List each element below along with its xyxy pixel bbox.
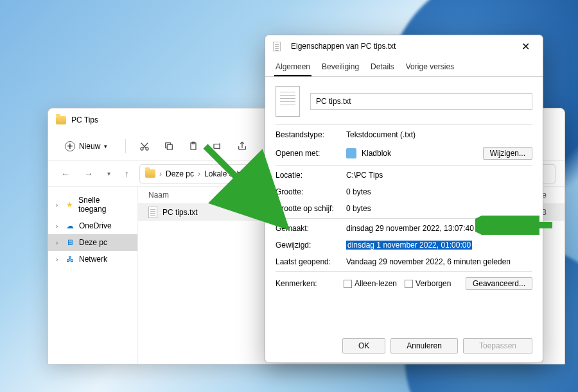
ok-button[interactable]: OK bbox=[342, 338, 385, 354]
value-modified: dinsdag 1 november 2022, 01:00:00 bbox=[346, 241, 472, 250]
divider bbox=[276, 165, 532, 166]
apply-button[interactable]: Toepassen bbox=[463, 338, 532, 354]
sidebar-item-thispc[interactable]: ›🖥Deze pc bbox=[48, 234, 137, 251]
value-location: C:\PC Tips bbox=[346, 171, 532, 180]
document-icon bbox=[148, 207, 157, 218]
label-size: Grootte: bbox=[276, 187, 341, 196]
explorer-sidebar: ›★Snelle toegang ›☁OneDrive ›🖥Deze pc ›🖧… bbox=[48, 187, 138, 364]
filename-input[interactable] bbox=[310, 93, 532, 110]
label-modified: Gewijzigd: bbox=[276, 241, 341, 250]
label-attributes: Kenmerken: bbox=[276, 279, 336, 288]
divider bbox=[276, 271, 532, 272]
forward-arrow-icon[interactable]: → bbox=[80, 166, 97, 182]
checkbox-icon bbox=[405, 280, 413, 288]
sidebar-item-network[interactable]: ›🖧Netwerk bbox=[48, 251, 137, 268]
readonly-label: Alleen-lezen bbox=[355, 279, 397, 288]
readonly-checkbox[interactable]: Alleen-lezen bbox=[344, 279, 397, 288]
svg-rect-2 bbox=[168, 144, 173, 149]
cloud-icon: ☁ bbox=[66, 221, 74, 230]
pc-icon: 🖥 bbox=[66, 238, 74, 247]
value-filetype: Tekstdocument (.txt) bbox=[346, 130, 532, 139]
value-created: dinsdag 29 november 2022, 13:07:40 bbox=[346, 224, 532, 233]
plus-icon: + bbox=[65, 141, 75, 151]
tab-prev[interactable]: Vorige versies bbox=[405, 58, 455, 76]
tab-security[interactable]: Beveiliging bbox=[320, 58, 360, 76]
bc-seg-1[interactable]: Lokale schijf (C:) bbox=[204, 169, 261, 178]
hidden-checkbox[interactable]: Verborgen bbox=[405, 279, 451, 288]
sidebar-item-quick[interactable]: ›★Snelle toegang bbox=[48, 192, 137, 217]
chevron-right-icon: › bbox=[56, 223, 61, 230]
label-accessed: Laatst geopend: bbox=[276, 257, 341, 266]
bc-seg-0[interactable]: Deze pc bbox=[166, 169, 194, 178]
dialog-tabs: Algemeen Beveiliging Details Vorige vers… bbox=[265, 57, 543, 77]
dialog-titlebar[interactable]: Eigenschappen van PC tips.txt ✕ bbox=[265, 35, 543, 57]
sidebar-thispc-label: Deze pc bbox=[79, 238, 107, 247]
folder-icon bbox=[145, 169, 155, 178]
value-openwith: Kladblok bbox=[362, 149, 391, 158]
new-button[interactable]: + Nieuw ▾ bbox=[60, 139, 112, 154]
cancel-button[interactable]: Annuleren bbox=[390, 338, 458, 354]
sidebar-network-label: Netwerk bbox=[79, 255, 107, 264]
advanced-button[interactable]: Geavanceerd... bbox=[466, 277, 532, 290]
label-sizeondisk: Grootte op schijf: bbox=[276, 204, 341, 213]
document-icon bbox=[273, 42, 281, 51]
toolbar-divider bbox=[125, 139, 126, 153]
properties-dialog: Eigenschappen van PC tips.txt ✕ Algemeen… bbox=[265, 35, 543, 363]
new-label: Nieuw bbox=[79, 142, 100, 151]
back-arrow-icon[interactable]: ← bbox=[57, 166, 74, 182]
label-openwith: Openen met: bbox=[276, 149, 341, 158]
value-sizeondisk: 0 bytes bbox=[346, 204, 532, 213]
svg-point-0 bbox=[141, 148, 143, 150]
sidebar-quick-label: Snelle toegang bbox=[78, 196, 130, 214]
chevron-right-icon: › bbox=[159, 169, 162, 178]
share-icon[interactable] bbox=[236, 141, 248, 152]
close-icon[interactable]: ✕ bbox=[516, 38, 535, 55]
chevron-right-icon: › bbox=[56, 256, 61, 263]
sidebar-item-onedrive[interactable]: ›☁OneDrive bbox=[48, 217, 137, 234]
label-created: Gemaakt: bbox=[276, 224, 341, 233]
document-icon bbox=[276, 86, 300, 117]
notepad-icon bbox=[346, 148, 356, 158]
chevron-right-icon: › bbox=[198, 169, 200, 178]
svg-point-1 bbox=[146, 148, 148, 150]
up-arrow-icon[interactable]: ↑ bbox=[121, 166, 133, 182]
chevron-down-icon[interactable]: ▾ bbox=[103, 167, 114, 180]
value-accessed: Vandaag 29 november 2022, 6 minuten gele… bbox=[346, 257, 532, 266]
folder-icon bbox=[56, 116, 66, 124]
explorer-title: PC Tips bbox=[71, 115, 98, 124]
copy-icon[interactable] bbox=[163, 141, 175, 152]
paste-icon[interactable] bbox=[188, 141, 199, 152]
svg-rect-5 bbox=[214, 144, 220, 148]
label-location: Locatie: bbox=[276, 171, 341, 180]
value-size: 0 bytes bbox=[346, 187, 532, 196]
divider bbox=[276, 218, 532, 219]
change-button[interactable]: Wijzigen... bbox=[483, 147, 532, 160]
chevron-down-icon: ▾ bbox=[104, 143, 107, 149]
rename-icon[interactable] bbox=[212, 141, 223, 152]
star-icon: ★ bbox=[66, 200, 73, 209]
sidebar-onedrive-label: OneDrive bbox=[79, 221, 112, 230]
label-filetype: Bestandstype: bbox=[276, 130, 341, 139]
tab-details[interactable]: Details bbox=[369, 58, 396, 76]
dialog-title: Eigenschappen van PC tips.txt bbox=[291, 42, 396, 51]
checkbox-icon bbox=[344, 280, 352, 288]
network-icon: 🖧 bbox=[66, 255, 74, 264]
hidden-label: Verborgen bbox=[416, 279, 451, 288]
divider bbox=[276, 124, 532, 125]
cut-icon[interactable] bbox=[139, 141, 150, 152]
tab-general[interactable]: Algemeen bbox=[274, 58, 311, 76]
chevron-right-icon: › bbox=[56, 239, 61, 246]
chevron-right-icon: › bbox=[56, 201, 61, 209]
